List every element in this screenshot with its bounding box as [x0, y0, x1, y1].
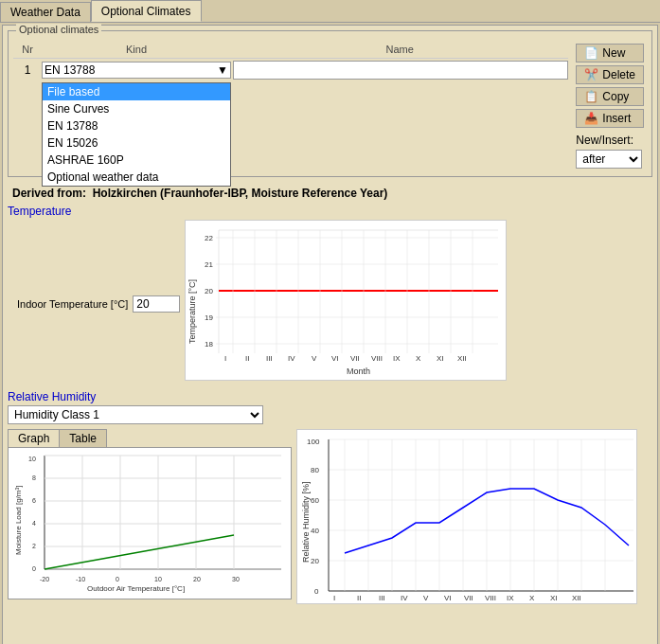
- svg-text:I: I: [224, 354, 226, 363]
- indoor-temp-row: Indoor Temperature [°C]: [17, 295, 180, 313]
- tab-weather-data[interactable]: Weather Data: [0, 2, 91, 22]
- insert-label: Insert: [602, 112, 631, 125]
- new-insert-select[interactable]: after before: [576, 150, 642, 169]
- copy-label: Copy: [602, 90, 629, 103]
- svg-text:III: III: [379, 594, 385, 602]
- svg-text:II: II: [245, 354, 249, 363]
- svg-text:V: V: [312, 354, 317, 363]
- temperature-section: Temperature Indoor Temperature [°C] Temp…: [8, 203, 652, 384]
- delete-icon: ✂️: [584, 68, 598, 81]
- option-en13788[interactable]: EN 13788: [43, 117, 230, 134]
- humidity-title: Relative Humidity: [8, 388, 652, 405]
- indoor-temp-label: Indoor Temperature [°C]: [17, 298, 128, 310]
- temperature-title: Temperature: [8, 203, 652, 220]
- kind-value: EN 13788: [45, 63, 217, 77]
- main-content: Optional climates Nr Kind Name 1 EN 1378…: [2, 25, 658, 644]
- option-sine-curves[interactable]: Sine Curves: [43, 100, 230, 117]
- dropdown-arrow-icon: ▼: [217, 63, 228, 77]
- option-optional-weather[interactable]: Optional weather data: [43, 169, 230, 186]
- svg-text:2: 2: [32, 543, 36, 549]
- svg-text:VII: VII: [350, 354, 360, 363]
- table-row: 1 EN 13788 ▼ File based Sine Curves EN 1…: [13, 59, 568, 81]
- svg-text:0: 0: [116, 576, 119, 582]
- name-cell: [233, 61, 568, 80]
- insert-button[interactable]: 📥 Insert: [576, 109, 644, 128]
- svg-text:19: 19: [205, 313, 213, 322]
- svg-text:0: 0: [32, 565, 36, 572]
- new-insert-select-row: after before: [576, 150, 644, 169]
- svg-text:4: 4: [32, 520, 36, 527]
- svg-text:VI: VI: [331, 354, 339, 363]
- option-ashrae[interactable]: ASHRAE 160P: [43, 152, 230, 169]
- new-label: New: [602, 46, 625, 60]
- svg-text:Moisture Load [g/m³]: Moisture Load [g/m³]: [14, 486, 23, 555]
- svg-text:-20: -20: [40, 576, 49, 582]
- big-humidity-chart: Relative Humidity [%] 0 20 40 60 80 100: [296, 429, 652, 607]
- derived-label: Derived from:: [12, 187, 86, 200]
- svg-text:20: 20: [205, 287, 213, 295]
- small-chart-area: Graph Table Moisture Load [g/m³] 0 2 4: [8, 429, 292, 607]
- svg-text:XII: XII: [457, 354, 467, 363]
- svg-text:Temperature [°C]: Temperature [°C]: [187, 279, 197, 344]
- row-nr: 1: [13, 63, 42, 77]
- svg-text:Month: Month: [347, 367, 370, 376]
- table-header: Nr Kind Name: [13, 41, 568, 59]
- kind-select[interactable]: EN 13788 ▼: [42, 62, 231, 79]
- dropdown-container: EN 13788 ▼ File based Sine Curves EN 137…: [42, 62, 231, 79]
- indoor-temp-input[interactable]: [133, 295, 180, 313]
- svg-text:100: 100: [307, 438, 320, 446]
- temperature-chart: Temperature [°C] 18 19 20 21 22: [185, 220, 652, 384]
- svg-text:30: 30: [232, 576, 240, 582]
- svg-text:IV: IV: [288, 354, 295, 363]
- humidity-class-select[interactable]: Humidity Class 1: [8, 405, 263, 424]
- new-button[interactable]: 📄 New: [576, 44, 644, 63]
- option-en15026[interactable]: EN 15026: [43, 134, 230, 152]
- col-kind: Kind: [42, 44, 231, 55]
- svg-text:22: 22: [205, 234, 213, 242]
- svg-text:IX: IX: [393, 354, 401, 363]
- col-name: Name: [231, 44, 568, 55]
- tab-optional-climates[interactable]: Optional Climates: [91, 0, 202, 22]
- svg-line-65: [45, 535, 234, 569]
- delete-button[interactable]: ✂️ Delete: [576, 65, 644, 84]
- svg-text:40: 40: [311, 527, 319, 535]
- svg-text:X: X: [416, 354, 421, 363]
- kind-dropdown: File based Sine Curves EN 13788 EN 15026…: [42, 82, 231, 187]
- svg-text:0: 0: [314, 587, 319, 596]
- svg-text:18: 18: [205, 340, 213, 349]
- svg-text:XII: XII: [572, 594, 581, 602]
- svg-text:XI: XI: [550, 594, 558, 602]
- svg-text:6: 6: [32, 497, 36, 504]
- svg-text:Outdoor Air Temperature [°C]: Outdoor Air Temperature [°C]: [87, 584, 185, 593]
- svg-text:II: II: [357, 594, 361, 602]
- derived-value: Holzkirchen (Fraunhofer-IBP, Moisture Re…: [93, 187, 388, 200]
- new-insert-row: New/Insert:: [576, 134, 644, 147]
- tab-graph[interactable]: Graph: [9, 430, 60, 447]
- svg-text:VIII: VIII: [485, 594, 496, 602]
- svg-text:VI: VI: [444, 594, 452, 602]
- svg-text:8: 8: [32, 474, 36, 481]
- svg-text:20: 20: [193, 576, 201, 582]
- optional-climates-section: Optional climates Nr Kind Name 1 EN 1378…: [8, 30, 652, 177]
- svg-text:80: 80: [311, 466, 319, 474]
- humidity-section: Relative Humidity Humidity Class 1 Graph…: [8, 388, 652, 607]
- copy-button[interactable]: 📋 Copy: [576, 87, 644, 106]
- new-insert-label: New/Insert:: [576, 134, 633, 147]
- svg-text:X: X: [529, 594, 535, 602]
- svg-text:VIII: VIII: [371, 354, 383, 363]
- svg-text:IV: IV: [401, 594, 408, 602]
- action-buttons: 📄 New ✂️ Delete 📋 Copy 📥 Insert New/Inse…: [573, 41, 647, 171]
- inner-content: Moisture Load [g/m³] 0 2 4 6 8 10: [8, 447, 292, 599]
- svg-text:20: 20: [311, 557, 319, 565]
- new-icon: 📄: [584, 46, 598, 60]
- tab-table[interactable]: Table: [60, 430, 106, 447]
- svg-text:Relative Humidity [%]: Relative Humidity [%]: [301, 481, 311, 563]
- svg-text:VII: VII: [464, 594, 473, 602]
- svg-text:I: I: [333, 594, 335, 602]
- svg-text:IX: IX: [507, 594, 514, 602]
- svg-text:XI: XI: [437, 354, 444, 363]
- tab-bar: Weather Data Optional Climates: [0, 0, 660, 23]
- col-nr: Nr: [13, 44, 42, 55]
- svg-text:10: 10: [154, 576, 162, 582]
- option-file-based[interactable]: File based: [43, 83, 230, 100]
